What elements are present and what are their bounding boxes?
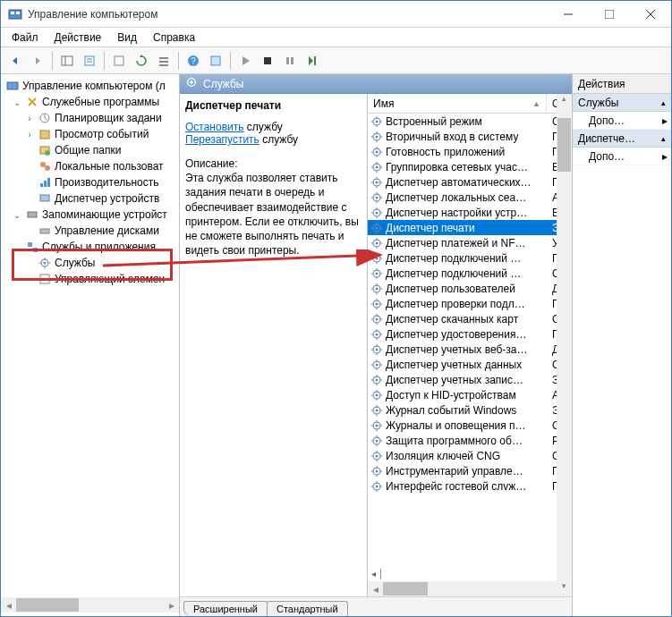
service-row[interactable]: Встроенный режимС. — [368, 114, 572, 129]
column-name[interactable]: Имя▲ — [368, 94, 547, 113]
export-button[interactable] — [108, 50, 130, 72]
tree-item[interactable]: ›Планировщик задани — [1, 110, 179, 126]
back-button[interactable] — [4, 50, 26, 72]
svg-rect-1 — [11, 12, 14, 14]
stop-service-link[interactable]: Остановить — [185, 121, 244, 133]
tree-system-tools[interactable]: ⌄ Служебные программы — [1, 94, 179, 110]
help-button[interactable]: ? — [183, 50, 204, 72]
service-row[interactable]: Инструментарий управле…П — [368, 463, 572, 478]
svg-point-170 — [375, 424, 378, 427]
service-row[interactable]: Защита программного об…Р. — [368, 433, 572, 448]
service-row[interactable]: Диспетчер удостоверения…П — [368, 326, 572, 342]
item-icon — [38, 175, 52, 190]
stop-button[interactable] — [257, 50, 278, 72]
service-row[interactable]: Диспетчер учетных данныхО — [368, 357, 572, 372]
play-button[interactable] — [234, 50, 256, 72]
tree-item[interactable]: Производительность — [1, 174, 179, 190]
menu-file[interactable]: Файл — [4, 30, 46, 46]
tab-extended[interactable]: Расширенный — [183, 601, 268, 616]
service-row[interactable]: Диспетчер платежей и NF…У — [368, 235, 572, 250]
service-row[interactable]: Изоляция ключей CNGС. — [368, 448, 572, 463]
service-row[interactable]: Диспетчер подключений …О — [368, 266, 572, 281]
list-button[interactable] — [153, 50, 174, 72]
maximize-button[interactable] — [589, 1, 630, 28]
svg-rect-36 — [28, 212, 37, 217]
service-row[interactable]: Диспетчер проверки подл…П — [368, 296, 572, 311]
expand-icon[interactable] — [24, 193, 35, 204]
svg-point-50 — [375, 120, 378, 123]
service-row[interactable]: Диспетчер локальных сеа…А — [368, 190, 572, 205]
gear-icon — [370, 327, 384, 342]
gear-icon — [370, 373, 384, 387]
service-row[interactable]: Доступ к HID-устройствамА — [368, 387, 572, 402]
gear-icon — [370, 236, 384, 250]
item-icon — [38, 159, 52, 173]
gear-icon — [370, 403, 384, 418]
tree-item[interactable]: Управляющий элемен — [1, 271, 179, 287]
collapse-icon[interactable]: ⌄ — [12, 209, 22, 220]
actions-section-services[interactable]: Службы▴ — [573, 94, 671, 112]
actions-more-2[interactable]: Допо…▸ — [573, 148, 671, 165]
menu-view[interactable]: Вид — [110, 30, 144, 46]
tree-item[interactable]: Локальные пользоват — [1, 158, 179, 174]
service-row[interactable]: Вторичный вход в системуП — [368, 129, 572, 144]
svg-point-30 — [40, 162, 46, 167]
service-row[interactable]: Группировка сетевых учас…В: — [368, 159, 572, 174]
service-row[interactable]: Диспетчер пользователейД — [368, 281, 572, 296]
tree-item[interactable]: ›Просмотр событий — [1, 126, 179, 142]
service-row[interactable]: Диспетчер настройки устр…В: — [368, 205, 572, 220]
list-nav[interactable]: ◂ │ — [368, 566, 572, 581]
actions-section-selected[interactable]: Диспетче…▴ — [573, 130, 671, 148]
collapse-icon[interactable]: ⌄ — [12, 97, 22, 107]
service-row[interactable]: Интерфейс гостевой слvж…П — [368, 478, 572, 494]
tree-item[interactable]: Управление дисками — [1, 223, 179, 239]
list-scrollbar-h[interactable]: ◂▸ — [368, 581, 572, 596]
minimize-button[interactable] — [548, 1, 589, 28]
service-row[interactable]: Журнал событий WindowsЭт — [368, 402, 572, 418]
menu-help[interactable]: Справка — [146, 30, 202, 46]
service-row[interactable]: Диспетчер подключений …П — [368, 250, 572, 266]
restart-service-link[interactable]: Перезапустить — [185, 133, 259, 146]
service-row[interactable]: Журналы и оповещения п…С. — [368, 418, 572, 433]
tab-standard[interactable]: Стандартный — [267, 601, 348, 616]
svg-point-68 — [375, 165, 378, 168]
close-button[interactable] — [630, 1, 671, 28]
forward-button[interactable] — [27, 50, 48, 72]
expand-icon[interactable]: › — [24, 129, 35, 139]
pause-button[interactable] — [279, 50, 301, 72]
service-row[interactable]: Диспетчер учетных запис…З. — [368, 372, 572, 387]
services-body: Диспетчер печати Остановить службу Перез… — [180, 94, 572, 596]
tree-storage[interactable]: ⌄ Запоминающие устройст — [1, 207, 179, 223]
collapse-icon[interactable]: ⌄ — [12, 241, 22, 252]
expand-icon[interactable] — [24, 145, 35, 156]
expand-icon[interactable] — [24, 177, 35, 188]
menu-action[interactable]: Действие — [47, 30, 109, 46]
tree-root[interactable]: Управление компьютером (л — [1, 78, 179, 94]
item-icon — [38, 191, 52, 206]
tree-item[interactable]: Общие папки — [1, 142, 179, 158]
actions-more-1[interactable]: Допо…▸ — [573, 112, 671, 130]
tree-scrollbar[interactable]: ◂▸ — [1, 597, 179, 613]
service-row[interactable]: Диспетчер учетных веб-за…Д — [368, 342, 572, 357]
tree-item-services[interactable]: Службы — [1, 255, 179, 271]
svg-rect-32 — [40, 183, 43, 187]
expand-icon[interactable]: › — [24, 113, 35, 123]
restart-button[interactable] — [302, 50, 323, 72]
gear-icon — [370, 418, 384, 433]
tree-services-apps[interactable]: ⌄ Службы и приложения — [1, 239, 179, 255]
service-row[interactable]: Готовность приложенийП — [368, 144, 572, 159]
service-row[interactable]: Диспетчер скачанных картС. — [368, 311, 572, 326]
tree-pane[interactable]: Управление компьютером (л ⌄ Служебные пр… — [1, 74, 180, 616]
refresh-button[interactable] — [131, 50, 152, 72]
service-row[interactable]: Диспетчер печатиЭт — [368, 220, 572, 235]
service-list[interactable]: Встроенный режимС.Вторичный вход в систе… — [368, 114, 572, 566]
show-hide-button[interactable] — [56, 50, 78, 72]
details-button[interactable] — [205, 50, 226, 72]
properties-button[interactable] — [79, 50, 100, 72]
expand-icon[interactable] — [24, 161, 35, 172]
service-row[interactable]: Диспетчер автоматических…П — [368, 174, 572, 190]
tree-item[interactable]: Диспетчер устройств — [1, 190, 179, 207]
svg-rect-39 — [33, 248, 38, 252]
svg-rect-22 — [314, 56, 316, 65]
list-scrollbar-v[interactable]: ▴▾ — [557, 94, 572, 596]
